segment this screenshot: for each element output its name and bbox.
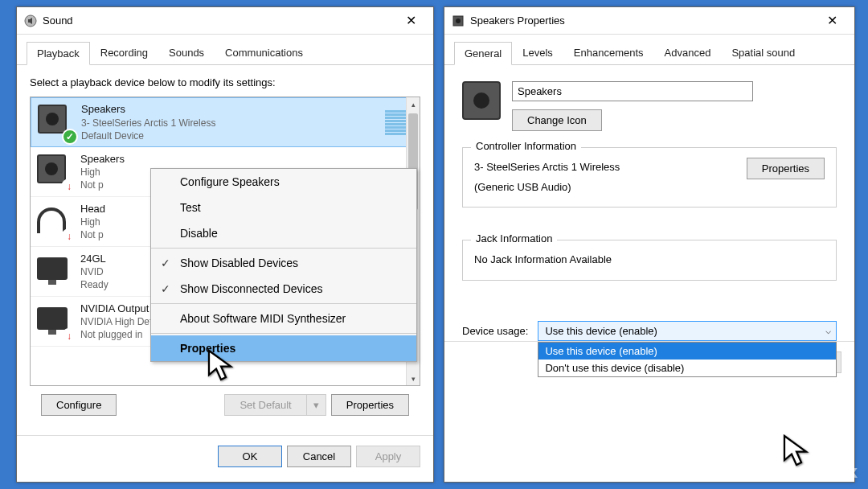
sound-title: Sound [43,14,395,27]
tab-playback[interactable]: Playback [27,42,90,65]
controller-name: 3- SteelSeries Arctis 1 Wireless [474,158,620,178]
list-footer-buttons: Configure Set Default ▾ Properties [30,386,420,424]
speaker-icon [451,14,465,28]
usage-option-disable[interactable]: Don't use this device (disable) [538,360,836,376]
controller-legend: Controller Information [471,140,581,152]
device-usage-value[interactable]: Use this device (enable) [538,321,837,341]
device-item[interactable]: ✓ Speakers 3- SteelSeries Arctis 1 Wirel… [31,97,420,147]
ctx-about-midi[interactable]: About Software MIDI Synthesizer [151,306,416,331]
speaker-large-icon [462,81,501,120]
tab-advanced[interactable]: Advanced [654,41,722,64]
set-default-dropdown[interactable]: ▾ [307,394,326,416]
sound-dialog: Sound ✕ Playback Recording Sounds Commun… [16,6,434,483]
sound-icon [23,14,38,28]
set-default-button[interactable]: Set Default [224,394,306,416]
device-name: Speakers [80,152,413,166]
device-properties-button[interactable]: Properties [331,394,409,416]
playback-instruction: Select a playback device below to modify… [30,76,420,88]
unplugged-badge-icon [61,228,77,244]
ctx-show-disabled[interactable]: Show Disabled Devices [151,250,416,276]
scroll-up-icon[interactable]: ▴ [407,97,420,111]
props-body: Change Icon Controller Information 3- St… [444,65,854,281]
device-usage-combo[interactable]: Use this device (enable) Use this device… [538,321,837,341]
cursor-icon [207,348,235,380]
vu-meter-icon [385,110,407,135]
ctx-disable[interactable]: Disable [151,220,416,246]
configure-button[interactable]: Configure [41,394,117,416]
tab-communications[interactable]: Communications [215,41,313,64]
tab-enhancements[interactable]: Enhancements [563,41,654,64]
cancel-button[interactable]: Cancel [287,446,351,467]
ctx-test[interactable]: Test [151,195,416,220]
change-icon-button[interactable]: Change Icon [512,109,602,131]
device-context-menu: Configure Speakers Test Disable Show Dis… [150,168,417,362]
speakers-properties-dialog: Speakers Properties ✕ General Levels Enh… [444,6,855,483]
monitor-icon [37,254,72,290]
sound-tabs: Playback Recording Sounds Communications [17,35,433,65]
headphone-icon [37,204,72,240]
default-badge-icon: ✓ [62,129,78,145]
apply-button[interactable]: Apply [356,446,420,467]
ctx-separator [151,333,416,334]
speaker-icon: ✓ [38,105,73,140]
device-desc: 3- SteelSeries Arctis 1 Wireless [81,117,385,129]
device-status: Default Device [81,129,385,142]
device-usage-row: Device usage: Use this device (enable) U… [444,321,854,341]
cursor-icon [782,434,811,466]
sound-dialog-buttons: OK Cancel Apply [17,435,433,477]
ctx-separator [151,303,416,304]
device-header: Change Icon [462,81,837,131]
ctx-separator [151,248,416,249]
unplugged-badge-icon [61,179,77,195]
jack-text: No Jack Information Available [474,250,825,270]
tab-levels[interactable]: Levels [512,41,563,64]
jack-legend: Jack Information [471,232,557,244]
tab-recording[interactable]: Recording [90,41,158,64]
ctx-properties[interactable]: Properties [151,335,416,361]
usage-option-enable[interactable]: Use this device (enable) [538,343,836,360]
controller-properties-button[interactable]: Properties [747,158,825,179]
device-usage-dropdown: Use this device (enable) Don't use this … [538,342,837,377]
jack-info-group: Jack Information No Jack Information Ava… [462,240,837,281]
unplugged-badge-icon [61,328,77,344]
controller-driver: (Generic USB Audio) [474,178,620,198]
tab-general[interactable]: General [454,42,512,65]
ctx-show-disconnected[interactable]: Show Disconnected Devices [151,276,416,302]
device-name: Speakers [81,102,385,117]
ok-button[interactable]: OK [218,446,282,467]
props-titlebar[interactable]: Speakers Properties ✕ [444,7,854,35]
scroll-down-icon[interactable]: ▾ [407,372,420,385]
props-title: Speakers Properties [470,14,816,27]
speaker-icon [37,154,72,190]
monitor-icon [37,304,72,339]
svg-point-2 [456,18,461,23]
sound-titlebar[interactable]: Sound ✕ [17,7,433,35]
tab-spatial-sound[interactable]: Spatial sound [721,41,805,64]
controller-info-group: Controller Information 3- SteelSeries Ar… [462,147,837,208]
device-usage-label: Device usage: [462,325,528,337]
ctx-configure-speakers[interactable]: Configure Speakers [151,169,416,195]
sound-close-button[interactable]: ✕ [395,10,427,32]
props-close-button[interactable]: ✕ [816,10,848,32]
device-name-input[interactable] [512,81,753,101]
props-tabs: General Levels Enhancements Advanced Spa… [444,35,854,65]
tab-sounds[interactable]: Sounds [158,41,215,64]
